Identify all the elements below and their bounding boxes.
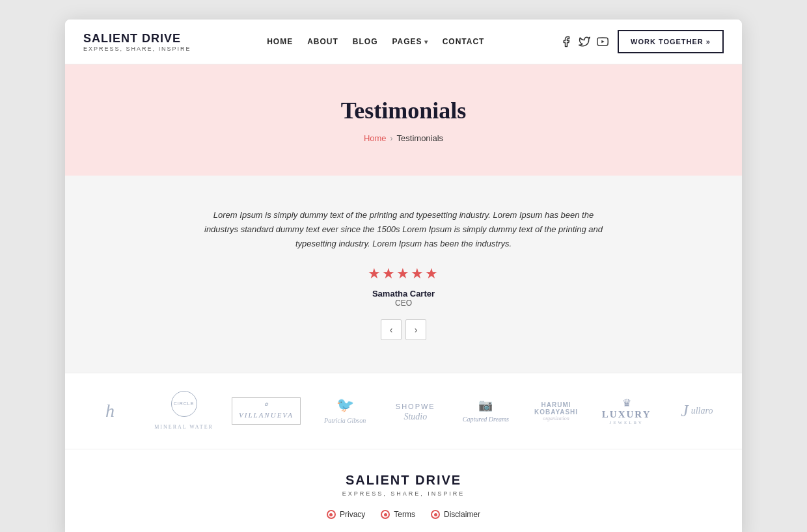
- logo-area: SALIENT DRIVE EXPRESS, SHARE, INSPIRE: [83, 32, 191, 52]
- logo-shopwe: SHOPWE Studio: [389, 392, 441, 431]
- footer-dot-disclaimer: [431, 510, 440, 519]
- nav-home[interactable]: HOME: [267, 37, 293, 46]
- logo-harumi: HARUMI KOBAYASHI organization: [530, 392, 582, 431]
- breadcrumb: Home › Testimonials: [78, 133, 729, 143]
- logo-villanueva: ✿ VILLANUEVA: [232, 392, 301, 431]
- logo-h: h: [84, 392, 136, 431]
- logos-section: h CIRCLE MINERAL WATER ✿ VILLANUEVA: [65, 373, 742, 449]
- main-nav: HOME ABOUT BLOG PAGES ▾ CONTACT: [267, 37, 484, 46]
- work-together-button[interactable]: WORK TOGETHER »: [618, 30, 724, 53]
- logo-title: SALIENT DRIVE: [83, 32, 191, 46]
- browser-window: SALIENT DRIVE EXPRESS, SHARE, INSPIRE HO…: [65, 20, 742, 532]
- page-title: Testimonials: [78, 97, 729, 124]
- footer-link-disclaimer[interactable]: Disclaimer: [431, 510, 480, 519]
- social-icons: [560, 36, 609, 47]
- page-hero: Testimonials Home › Testimonials: [65, 64, 742, 176]
- footer-link-privacy[interactable]: Privacy: [327, 510, 365, 519]
- testimonial-text: Lorem Ipsum is simply dummy text of the …: [202, 208, 605, 251]
- youtube-icon[interactable]: [597, 36, 609, 47]
- twitter-icon[interactable]: [579, 36, 590, 47]
- facebook-icon[interactable]: [560, 36, 572, 47]
- site-footer: SALIENT DRIVE EXPRESS, SHARE, INSPIRE Pr…: [65, 449, 742, 532]
- breadcrumb-current: Testimonials: [397, 133, 444, 143]
- pages-dropdown-arrow: ▾: [424, 38, 428, 46]
- logo-patricia: 🐦 Patricia Gibson: [319, 392, 371, 431]
- testimonials-section: Lorem Ipsum is simply dummy text of the …: [65, 176, 742, 373]
- slider-prev-button[interactable]: ‹: [381, 319, 402, 340]
- footer-link-terms[interactable]: Terms: [381, 510, 415, 519]
- site-header: SALIENT DRIVE EXPRESS, SHARE, INSPIRE HO…: [65, 20, 742, 64]
- nav-contact[interactable]: CONTACT: [443, 37, 485, 46]
- logo-circle: CIRCLE MINERAL WATER: [154, 392, 213, 431]
- nav-pages[interactable]: PAGES ▾: [392, 37, 428, 46]
- nav-blog[interactable]: BLOG: [353, 37, 378, 46]
- slider-controls: ‹ ›: [78, 319, 729, 340]
- breadcrumb-separator: ›: [390, 134, 393, 143]
- svg-marker-0: [601, 40, 604, 44]
- testimonial-stars: ★★★★★: [78, 265, 729, 282]
- footer-dot-privacy: [327, 510, 336, 519]
- header-right: WORK TOGETHER »: [560, 30, 724, 53]
- breadcrumb-home-link[interactable]: Home: [364, 133, 387, 143]
- testimonial-role: CEO: [78, 299, 729, 308]
- footer-logo-title: SALIENT DRIVE: [78, 473, 729, 488]
- logos-row: h CIRCLE MINERAL WATER ✿ VILLANUEVA: [78, 392, 729, 431]
- nav-about[interactable]: ABOUT: [307, 37, 338, 46]
- logo-jullaro: J ullaro: [671, 392, 723, 431]
- slider-next-button[interactable]: ›: [405, 319, 426, 340]
- footer-logo-subtitle: EXPRESS, SHARE, INSPIRE: [78, 490, 729, 497]
- footer-links: Privacy Terms Disclaimer: [78, 510, 729, 519]
- footer-dot-terms: [381, 510, 390, 519]
- logo-captured: 📷 Captured Dreams: [459, 392, 512, 431]
- testimonial-author: Samatha Carter: [78, 289, 729, 299]
- logo-luxury: ♛ LUXURY JEWELRY: [601, 392, 653, 431]
- logo-subtitle: EXPRESS, SHARE, INSPIRE: [83, 46, 191, 52]
